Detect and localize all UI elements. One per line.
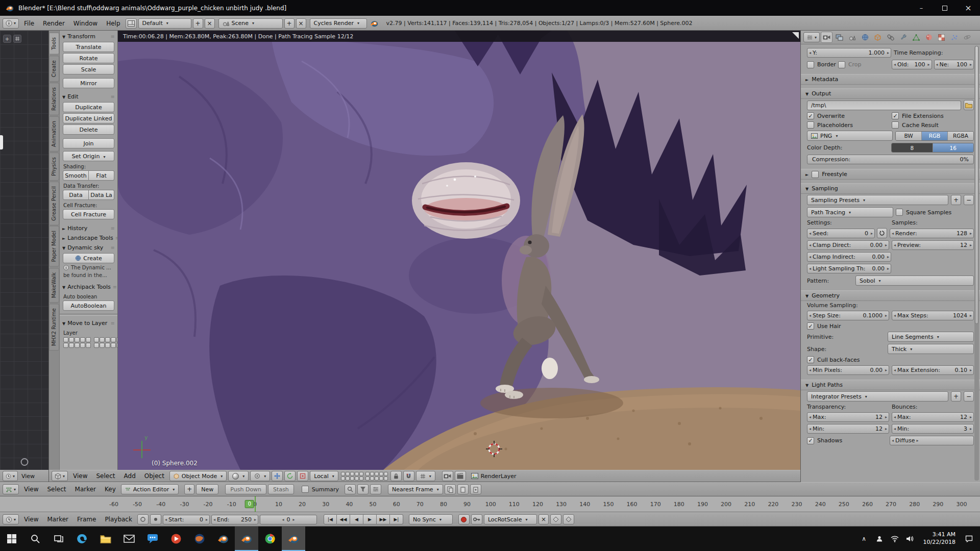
stash-button[interactable]: Stash [268, 484, 294, 494]
viewport-shading-select[interactable] [228, 471, 249, 481]
zoom-in-icon[interactable]: + [3, 35, 11, 43]
tab-tools[interactable]: Tools [49, 33, 59, 55]
layer-cell[interactable] [370, 477, 374, 481]
layer-cell[interactable] [370, 472, 374, 476]
layer-cell[interactable] [346, 477, 350, 481]
layer-cell[interactable] [346, 472, 350, 476]
current-frame-field[interactable]: 0 [260, 515, 317, 524]
keying-key-icon[interactable] [471, 514, 482, 524]
previous-keyframe-button[interactable] [337, 514, 350, 524]
set-origin-select[interactable]: Set Origin [63, 151, 114, 161]
network-icon[interactable] [889, 532, 901, 545]
transparency-max-field[interactable]: Max:12 [807, 412, 889, 422]
file-format-select[interactable]: PNG [807, 131, 893, 141]
firefox-icon[interactable] [188, 527, 211, 551]
add-preset-button[interactable] [951, 195, 961, 205]
menu-help[interactable]: Help [103, 20, 124, 27]
layer-cell[interactable] [105, 337, 110, 342]
color-mode-rgba[interactable]: RGBA [948, 132, 973, 140]
min-pixels-field[interactable]: Min Pixels:0.00 [807, 365, 889, 375]
dope-mode-select[interactable]: Action Editor [121, 484, 179, 494]
clamp-indirect-field[interactable]: Clamp Indirect:0.00 [807, 252, 891, 262]
integrator-select[interactable]: Path Tracing [807, 207, 893, 217]
panel-grip-icon[interactable] [111, 225, 115, 232]
new-action-plus-icon[interactable] [184, 484, 194, 494]
paste-keyframes-icon[interactable] [457, 484, 469, 494]
tab-constraints[interactable] [885, 32, 896, 43]
volume-icon[interactable] [904, 532, 916, 545]
scrollbar-thumb[interactable] [975, 46, 978, 324]
time-remap-new-field[interactable]: Ne:100 [934, 60, 974, 69]
depth-8[interactable]: 8 [892, 143, 933, 152]
dope-snap-select[interactable]: Nearest Frame [388, 484, 443, 494]
integrator-presets-select[interactable]: Integrator Presets [807, 391, 948, 402]
tab-object-data[interactable] [910, 32, 922, 43]
color-mode-segment[interactable]: BW RGB RGBA [895, 131, 974, 141]
start-button[interactable] [0, 527, 23, 551]
menu-marker[interactable]: Marker [71, 486, 100, 493]
light-sampling-threshold-field[interactable]: Light Sampling Th:0.00 [807, 264, 891, 273]
tab-modifiers[interactable] [897, 32, 909, 43]
mode-select[interactable]: Object Mode [169, 471, 227, 481]
menu-select[interactable]: Select [44, 486, 70, 493]
next-keyframe-button[interactable] [377, 514, 390, 524]
panel-grip-icon[interactable] [111, 33, 115, 40]
chrome-icon[interactable] [258, 527, 282, 551]
menu-object[interactable]: Object [141, 472, 168, 480]
max-extension-field[interactable]: Max Extension:0.10 [892, 365, 974, 375]
layer-cell[interactable] [365, 477, 370, 481]
layer-cell[interactable] [350, 472, 354, 476]
shape-select[interactable]: Thick [888, 344, 974, 354]
properties-scrollbar[interactable] [974, 46, 979, 481]
summary-toggle[interactable]: Summary [302, 486, 339, 493]
timeline-editor-icon[interactable] [3, 514, 19, 524]
menu-key[interactable]: Key [101, 486, 119, 493]
diffuse-bounces-field[interactable]: Diffuse [890, 436, 974, 445]
panel-dynamic-sky-header[interactable]: Dynamic sky [60, 243, 117, 253]
rotate-button[interactable]: Rotate [63, 53, 114, 63]
jump-to-start-button[interactable] [324, 514, 337, 524]
cull-backfaces-checkbox[interactable]: Cull back-faces [807, 356, 860, 363]
crop-checkbox[interactable]: Crop [838, 61, 862, 68]
menu-view[interactable]: View [20, 486, 42, 493]
use-hair-checkbox[interactable]: Use Hair [807, 322, 841, 330]
properties-editor-icon[interactable] [803, 32, 820, 42]
layer-cell[interactable] [355, 477, 359, 481]
primitive-select[interactable]: Line Segments [888, 332, 974, 342]
panel-light-paths-header[interactable]: Light Paths [801, 380, 980, 390]
layout-select[interactable]: Default [138, 18, 191, 29]
panel-grip-icon[interactable] [111, 93, 115, 100]
output-path-field[interactable]: /tmp\ [807, 101, 961, 110]
mail-icon[interactable] [117, 527, 141, 551]
layer-cell[interactable] [341, 477, 345, 481]
mirror-button[interactable]: Mirror [63, 78, 114, 88]
lock-icon[interactable] [390, 471, 402, 481]
region-collapse-icon[interactable] [792, 32, 799, 39]
cell-fracture-button[interactable]: Cell Fracture [63, 209, 114, 219]
add-preset-button[interactable] [951, 391, 961, 402]
end-frame-field[interactable]: End:250 [211, 515, 258, 524]
layer-cell[interactable] [355, 472, 359, 476]
filter-settings-icon[interactable] [370, 484, 381, 494]
layer-cell[interactable] [69, 343, 74, 348]
pattern-select[interactable]: Sobol [855, 276, 974, 286]
people-icon[interactable] [873, 532, 886, 545]
auto-keyframe-record-icon[interactable] [458, 514, 470, 524]
animated-seed-icon[interactable] [877, 228, 887, 238]
bounces-min-field[interactable]: Min:3 [892, 424, 974, 434]
layer-cell[interactable] [384, 477, 388, 481]
translate-button[interactable]: Translate [63, 42, 114, 52]
layer-cell[interactable] [80, 343, 85, 348]
region-resize-handle[interactable] [0, 135, 3, 149]
snap-element-select[interactable] [416, 471, 435, 481]
seed-field[interactable]: Seed:0 [807, 229, 875, 238]
panel-landscape-header[interactable]: Landscape Tools [60, 233, 117, 243]
menu-frame[interactable]: Frame [74, 516, 100, 523]
manipulator-scale-icon[interactable] [297, 471, 308, 481]
shadows-checkbox[interactable]: Shadows [807, 437, 887, 444]
tab-object[interactable] [872, 32, 884, 43]
render-samples-field[interactable]: Render:128 [890, 229, 974, 238]
overwrite-checkbox[interactable]: Overwrite [807, 112, 889, 119]
remove-preset-button[interactable] [964, 391, 974, 402]
tab-world[interactable] [859, 32, 871, 43]
